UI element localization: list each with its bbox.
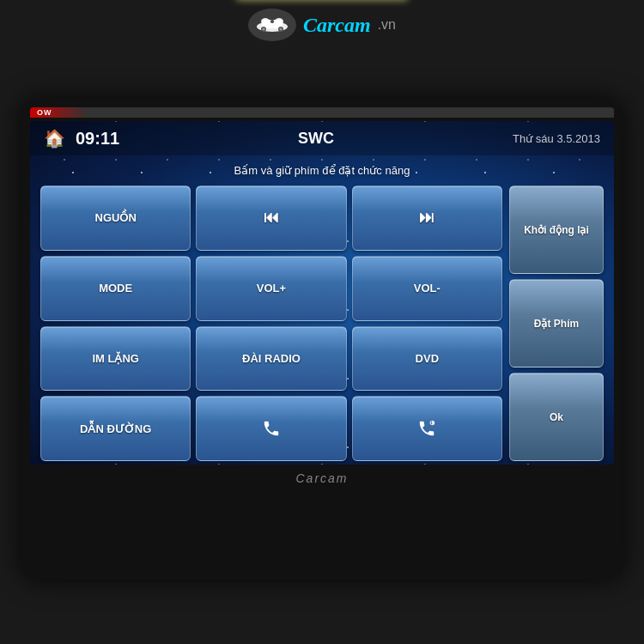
header-bar: 🏠 09:11 SWC Thứ sáu 3.5.2013 (30, 121, 614, 155)
btn-dat-phim[interactable]: Đặt Phím (509, 279, 604, 368)
svg-point-3 (275, 18, 283, 25)
top-bezel-strip: OW (30, 107, 614, 118)
btn-vol-plus[interactable]: VOL+ (196, 256, 346, 321)
btn-prev[interactable]: ⏮ (196, 185, 346, 251)
carcam-watermark: Carcam .vn (248, 9, 396, 41)
carcam-tld: .vn (378, 17, 396, 33)
btn-dan-duong[interactable]: DẪN ĐƯỜNG (40, 396, 191, 461)
btn-nguon[interactable]: NGUỒN (40, 185, 191, 251)
phone-end-icon: i (417, 419, 436, 438)
btn-mode[interactable]: MODE (40, 256, 191, 321)
main-screen: 🏠 09:11 SWC Thứ sáu 3.5.2013 Bấm và giữ … (30, 121, 614, 465)
svg-text:i: i (431, 422, 432, 426)
device-frame: OW 🏠 09:11 SWC Thứ sáu 3.5.2013 Bấm và g… (21, 99, 623, 580)
svg-point-5 (262, 28, 264, 31)
instruction-text: Bấm và giữ phím để đặt chức năng (30, 155, 614, 182)
next-icon: ⏭ (419, 209, 434, 227)
date-display: Thứ sáu 3.5.2013 (513, 132, 600, 145)
btn-khoi-dong-lai[interactable]: Khởi động lại (509, 185, 604, 274)
main-buttons-grid: NGUỒN ⏮ ⏭ MODE VOL+ (40, 185, 502, 461)
ow-label: OW (37, 108, 52, 117)
svg-point-2 (261, 18, 270, 25)
btn-ok[interactable]: Ok (509, 373, 604, 461)
btn-dvd[interactable]: DVD (352, 326, 502, 392)
btn-phone-call[interactable] (196, 396, 346, 461)
bottom-brand: Carcam (295, 471, 348, 485)
side-buttons: Khởi động lại Đặt Phím Ok (509, 185, 604, 461)
buttons-area: NGUỒN ⏮ ⏭ MODE VOL+ (30, 182, 614, 465)
mode-display: SWC (298, 130, 334, 148)
header-left: 🏠 09:11 (44, 128, 119, 149)
phone-call-icon (262, 419, 281, 438)
prev-icon: ⏮ (264, 209, 279, 227)
car-logo-wrap (248, 9, 296, 41)
svg-point-9 (271, 21, 273, 22)
car-logo-icon (255, 13, 289, 33)
bottom-bezel: Carcam (30, 465, 614, 489)
btn-im-lang[interactable]: IM LẶNG (40, 326, 191, 392)
btn-phone-end[interactable]: i (352, 396, 502, 461)
carcam-brand-text: Carcam (303, 14, 371, 37)
time-display: 09:11 (76, 129, 119, 149)
btn-dai-radio[interactable]: ĐÀI RADIO (196, 326, 346, 392)
home-icon[interactable]: 🏠 (44, 128, 65, 149)
btn-vol-minus[interactable]: VOL- (352, 256, 502, 321)
btn-next[interactable]: ⏭ (352, 185, 502, 251)
svg-point-7 (279, 28, 282, 31)
